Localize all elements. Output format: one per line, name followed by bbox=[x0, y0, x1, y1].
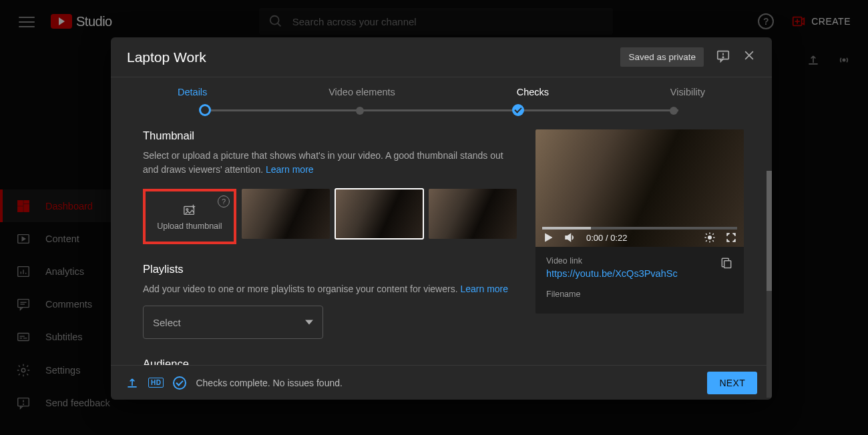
step-video-elements[interactable]: Video elements bbox=[329, 87, 395, 97]
next-button[interactable]: NEXT bbox=[707, 372, 757, 394]
step-dot-elements[interactable] bbox=[356, 107, 364, 115]
step-visibility[interactable]: Visibility bbox=[670, 87, 705, 97]
video-link-label: Video link bbox=[546, 256, 678, 266]
playlists-select-placeholder: Select bbox=[153, 317, 181, 328]
image-add-icon bbox=[182, 203, 197, 218]
video-preview: 0:00 / 0:22 Video link https://youtu.be/… bbox=[535, 129, 744, 314]
close-icon[interactable] bbox=[742, 49, 756, 66]
volume-icon[interactable] bbox=[564, 232, 576, 244]
save-status-pill: Saved as private bbox=[620, 47, 704, 67]
hd-badge: HD bbox=[148, 378, 164, 388]
chevron-down-icon bbox=[305, 318, 313, 326]
checks-complete-icon bbox=[173, 376, 186, 390]
upload-thumbnail-label: Upload thumbnail bbox=[157, 222, 222, 231]
playlists-learn-more-link[interactable]: Learn more bbox=[460, 284, 508, 294]
step-dot-checks[interactable] bbox=[512, 104, 524, 116]
play-icon[interactable] bbox=[542, 232, 554, 244]
svg-point-35 bbox=[708, 236, 712, 240]
auto-thumbnail-2[interactable] bbox=[335, 189, 423, 239]
footer-status-text: Checks complete. No issues found. bbox=[196, 378, 342, 388]
auto-thumbnail-3[interactable] bbox=[429, 189, 517, 239]
upload-status-icon bbox=[126, 376, 139, 390]
step-checks[interactable]: Checks bbox=[517, 87, 549, 97]
thumbnail-description: Select or upload a picture that shows wh… bbox=[143, 149, 517, 177]
settings-gear-icon[interactable] bbox=[704, 232, 716, 244]
feedback-dialog-icon[interactable] bbox=[716, 49, 730, 66]
auto-thumbnail-1[interactable] bbox=[242, 189, 330, 239]
upload-thumbnail-button[interactable]: Upload thumbnail ? bbox=[146, 191, 234, 242]
playlists-heading: Playlists bbox=[143, 263, 517, 276]
playlists-select[interactable]: Select bbox=[143, 306, 323, 339]
fullscreen-icon[interactable] bbox=[725, 232, 737, 244]
video-link[interactable]: https://youtu.be/XcQs3PvahSc bbox=[546, 268, 678, 279]
thumbnail-heading: Thumbnail bbox=[143, 129, 517, 142]
step-dot-visibility[interactable] bbox=[670, 107, 678, 115]
step-details[interactable]: Details bbox=[178, 87, 207, 97]
step-dot-details[interactable] bbox=[199, 104, 211, 116]
help-icon[interactable]: ? bbox=[218, 195, 230, 207]
stepper: Details Video elements Checks Visibility bbox=[111, 77, 772, 117]
thumbnail-learn-more-link[interactable]: Learn more bbox=[266, 164, 314, 175]
filename-label: Filename bbox=[546, 290, 733, 299]
svg-rect-36 bbox=[724, 261, 731, 268]
audience-heading: Audience bbox=[143, 358, 517, 365]
scrollbar[interactable] bbox=[767, 171, 772, 365]
svg-point-28 bbox=[722, 57, 723, 57]
video-time: 0:00 / 0:22 bbox=[586, 233, 627, 243]
copy-link-button[interactable] bbox=[720, 256, 733, 272]
modal-title: Laptop Work bbox=[127, 49, 206, 65]
svg-point-32 bbox=[186, 208, 188, 210]
upload-modal: Laptop Work Saved as private Details Vid… bbox=[111, 37, 772, 400]
playlists-description: Add your video to one or more playlists … bbox=[143, 282, 517, 296]
